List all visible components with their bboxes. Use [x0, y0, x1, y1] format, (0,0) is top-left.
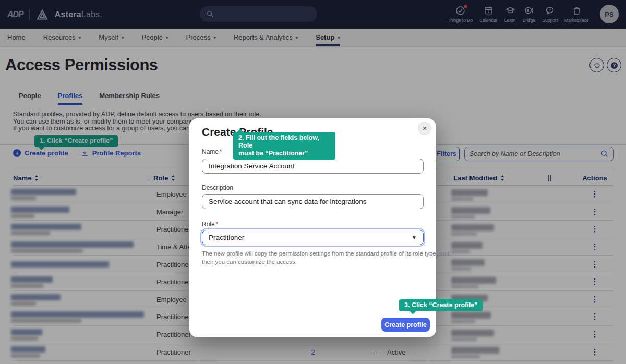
role-helper-text: The new profile will copy the permission… [202, 250, 449, 266]
name-label: Name* [202, 148, 222, 155]
description-field[interactable]: Service account that can sync data for i… [202, 194, 424, 209]
chevron-down-icon: ▼ [412, 235, 417, 240]
app-window: ADP AsteraLabs. Things to DoCalendarLear… [0, 0, 626, 364]
callout-text: must be “Practitioner” [238, 150, 330, 157]
callout-text: 3. Click “Create profile” [404, 301, 477, 309]
name-field-value: Integration Service Account [209, 162, 294, 170]
tutorial-callout-3: 3. Click “Create profile” [399, 299, 483, 311]
callout-text: 2. Fill out the fields below, Role [238, 134, 330, 150]
required-asterisk: * [220, 148, 222, 155]
role-label: Role* [202, 221, 218, 228]
required-asterisk: * [216, 221, 219, 228]
description-label: Description [202, 184, 233, 191]
role-select-value: Practitioner [209, 234, 244, 241]
role-select[interactable]: Practitioner ▼ [202, 230, 424, 245]
close-button[interactable]: × [418, 122, 431, 135]
description-field-value: Service account that can sync data for i… [209, 198, 366, 205]
tutorial-callout-2: 2. Fill out the fields below, Role must … [233, 132, 335, 160]
name-field[interactable]: Integration Service Account [202, 159, 424, 174]
create-profile-submit-button[interactable]: Create profile [381, 318, 430, 332]
